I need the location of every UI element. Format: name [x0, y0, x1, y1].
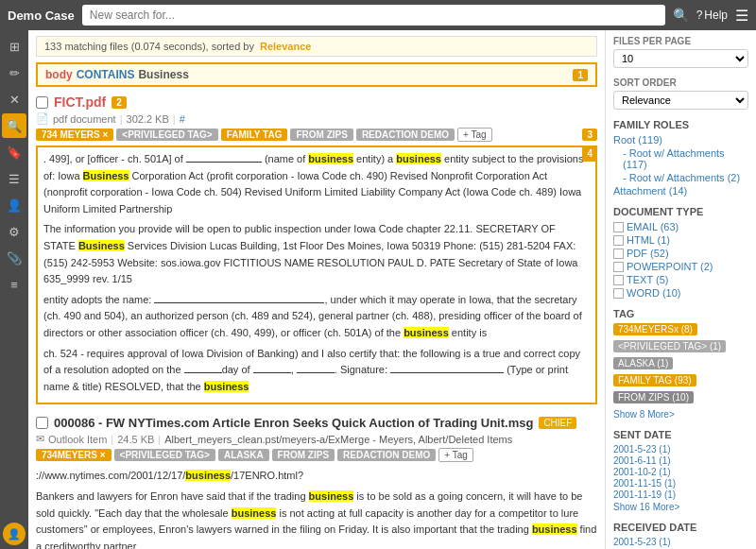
search-input[interactable]	[82, 5, 665, 26]
help-label: Help	[704, 9, 728, 22]
topbar: Demo Case 🔍 ? Help ☰	[0, 0, 756, 30]
help-button[interactable]: ? Help	[696, 9, 728, 22]
app-logo: Demo Case	[8, 9, 75, 23]
menu-icon[interactable]: ☰	[735, 7, 748, 25]
search-icon[interactable]: 🔍	[673, 8, 689, 23]
help-icon: ?	[696, 9, 703, 22]
